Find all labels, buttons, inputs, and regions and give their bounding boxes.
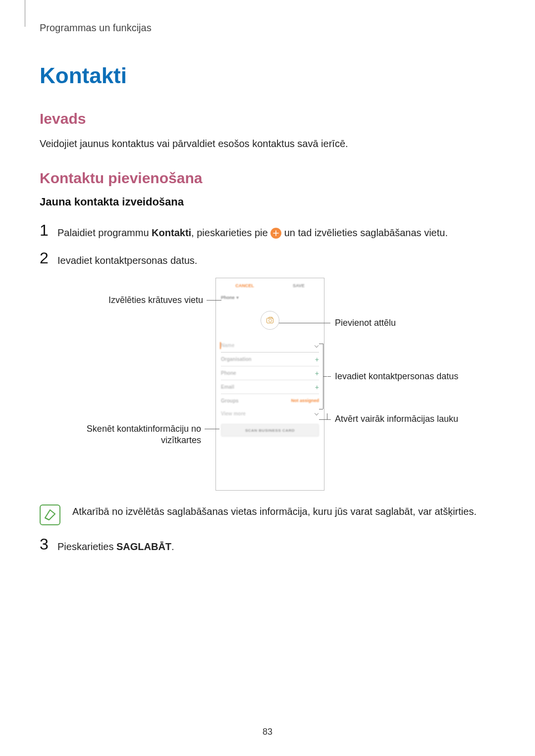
add-image-callout: Pievienot attēlu (335, 317, 396, 329)
chevron-down-icon (314, 411, 319, 416)
breadcrumb: Programmas un funkcijas (40, 22, 495, 34)
note-body: Atkarībā no izvēlētās saglabāšanas vieta… (72, 504, 477, 519)
step-number: 2 (40, 250, 57, 266)
add-photo-button[interactable] (261, 311, 279, 330)
contact-editor-diagram: CANCEL SAVE Phone▼ Name Organisation + P… (40, 278, 495, 501)
create-contact-heading: Jauna kontakta izveidošana (40, 196, 495, 208)
cancel-button[interactable]: CANCEL (235, 283, 254, 288)
plus-icon[interactable]: + (315, 355, 319, 363)
intro-heading: Ievads (40, 110, 495, 127)
page-title: Kontakti (40, 63, 495, 88)
phone-field[interactable]: Phone + (221, 366, 319, 380)
add-contacts-heading: Kontaktu pievienošana (40, 170, 495, 187)
step-body: Pieskarieties SAGLABĀT. (57, 536, 174, 554)
page-number: 83 (0, 727, 535, 737)
info-note: Atkarībā no izvēlētās saglabāšanas vieta… (40, 504, 495, 525)
groups-field[interactable]: Groups Not assigned (221, 394, 319, 407)
plus-circle-icon (270, 228, 281, 239)
email-field[interactable]: Email + (221, 380, 319, 394)
save-button[interactable]: SAVE (293, 283, 305, 288)
step-1: 1 Palaidiet programmu Kontakti, pieskari… (40, 222, 495, 240)
plus-icon[interactable]: + (315, 369, 319, 377)
scan-business-card-button[interactable]: SCAN BUSINESS CARD (221, 424, 319, 437)
open-more-callout: Atvērt vairāk informācijas lauku (335, 413, 458, 425)
step-number: 3 (40, 536, 57, 552)
plus-icon[interactable]: + (315, 383, 319, 391)
view-more-toggle[interactable]: View more (221, 407, 319, 420)
scan-card-callout: Skenēt kontaktinformāciju no vizītkartes (54, 423, 201, 447)
organisation-field[interactable]: Organisation + (221, 353, 319, 366)
step-2: 2 Ievadiet kontaktpersonas datus. (40, 250, 495, 268)
storage-selector[interactable]: Phone▼ (216, 293, 324, 303)
enter-data-callout: Ievadiet kontaktpersonas datus (335, 371, 458, 382)
intro-body: Veidojiet jaunus kontaktus vai pārvaldie… (40, 136, 495, 151)
step-body: Palaidiet programmu Kontakti, pieskariet… (57, 222, 448, 240)
name-field[interactable]: Name (221, 339, 319, 353)
phone-action-bar: CANCEL SAVE (216, 278, 324, 293)
chevron-down-icon: ▼ (236, 296, 240, 300)
step-body: Ievadiet kontaktpersonas datus. (57, 250, 197, 268)
camera-icon (267, 318, 273, 323)
note-icon (40, 504, 60, 525)
step-3: 3 Pieskarieties SAGLABĀT. (40, 536, 495, 554)
phone-mockup: CANCEL SAVE Phone▼ Name Organisation + P… (215, 278, 324, 491)
step-number: 1 (40, 222, 57, 238)
storage-callout: Izvēlēties krātuves vietu (84, 295, 203, 306)
chevron-down-icon (314, 343, 319, 348)
